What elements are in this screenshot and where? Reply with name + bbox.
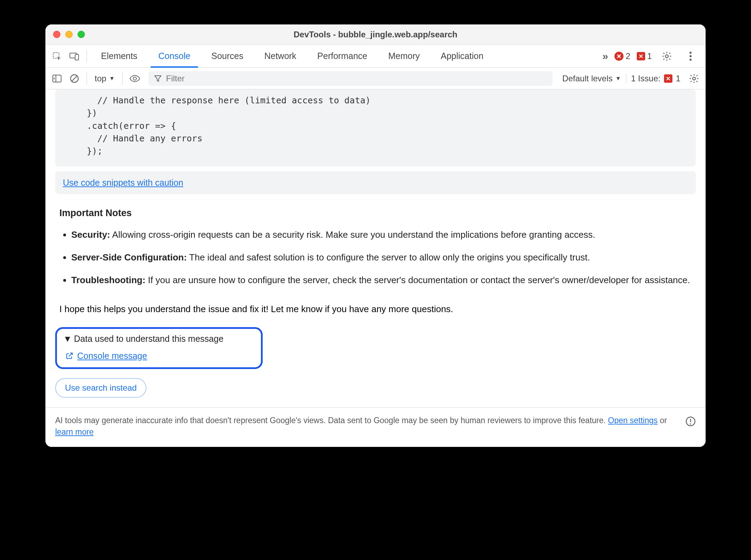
filter-input[interactable] <box>166 74 547 83</box>
svg-line-10 <box>72 76 77 81</box>
section-heading: Important Notes <box>59 206 692 220</box>
tab-console[interactable]: Console <box>148 45 201 67</box>
console-message-link[interactable]: Console message <box>77 351 147 361</box>
svg-point-11 <box>133 77 137 80</box>
tab-elements[interactable]: Elements <box>90 45 148 67</box>
svg-point-3 <box>665 55 668 58</box>
svg-point-4 <box>690 52 692 54</box>
svg-point-6 <box>690 59 692 61</box>
tabs-overflow-icon[interactable]: » <box>603 50 608 62</box>
tab-application[interactable]: Application <box>430 45 494 67</box>
data-used-box: ▼ Data used to understand this message C… <box>55 327 263 369</box>
context-label: top <box>95 74 106 83</box>
error-count: 2 <box>626 51 630 61</box>
caution-banner: Use code snippets with caution <box>55 171 696 194</box>
caution-link[interactable]: Use code snippets with caution <box>63 178 183 187</box>
ai-disclaimer-footer: AI tools may generate inaccurate info th… <box>45 407 706 447</box>
filter-input-wrapper <box>148 71 552 86</box>
tab-performance[interactable]: Performance <box>307 45 378 67</box>
filter-icon <box>154 75 162 82</box>
kebab-menu-icon[interactable] <box>683 49 698 64</box>
dropdown-triangle-icon: ▼ <box>615 75 621 82</box>
console-content: // Handle the response here (limited acc… <box>45 89 706 447</box>
important-notes-section: Important Notes Security: Allowing cross… <box>45 203 706 302</box>
device-toolbar-icon[interactable] <box>67 49 82 64</box>
main-tabbar: Elements Console Sources Network Perform… <box>45 45 706 68</box>
list-item: Security: Allowing cross-origin requests… <box>71 228 692 242</box>
list-item: Troubleshooting: If you are unsure how t… <box>71 273 692 287</box>
divider <box>87 50 87 62</box>
errors-badge[interactable]: 2 <box>614 51 630 61</box>
summary-label: Data used to understand this message <box>74 334 224 344</box>
levels-label: Default levels <box>562 74 613 83</box>
dropdown-triangle-icon: ▼ <box>109 75 115 82</box>
tab-memory[interactable]: Memory <box>378 45 430 67</box>
settings-icon[interactable] <box>659 49 674 64</box>
disclaimer-text: AI tools may generate inaccurate info th… <box>55 415 678 438</box>
data-used-summary[interactable]: ▼ Data used to understand this message <box>63 334 255 344</box>
divider <box>122 72 123 85</box>
inspect-element-icon[interactable] <box>50 49 64 64</box>
closing-text: I hope this helps you understand the iss… <box>45 302 706 325</box>
issues-label: 1 Issue: <box>631 74 661 83</box>
console-settings-icon[interactable] <box>687 71 701 86</box>
tab-network[interactable]: Network <box>254 45 307 67</box>
ai-explanation-panel: // Handle the response here (limited acc… <box>45 89 706 447</box>
context-selector[interactable]: top ▼ <box>90 74 119 83</box>
issue-flag-icon <box>664 74 672 83</box>
issues-badge[interactable]: 1 <box>637 51 652 61</box>
code-snippet: // Handle the response here (limited acc… <box>55 89 696 167</box>
info-warning-icon[interactable] <box>685 415 696 427</box>
list-item: Server-Side Configuration: The ideal and… <box>71 251 692 264</box>
open-settings-link[interactable]: Open settings <box>608 416 658 425</box>
live-expression-icon[interactable] <box>127 71 142 86</box>
svg-point-12 <box>693 77 695 80</box>
clear-console-icon[interactable] <box>67 71 82 86</box>
sidebar-toggle-icon[interactable] <box>50 71 64 86</box>
external-link-icon <box>65 352 74 360</box>
issues-summary[interactable]: 1 Issue: 1 <box>626 74 685 83</box>
tab-sources[interactable]: Sources <box>201 45 254 67</box>
issues-count: 1 <box>676 74 680 83</box>
titlebar: DevTools - bubble_jingle.web.app/search <box>45 24 706 45</box>
svg-point-15 <box>690 423 691 425</box>
learn-more-link[interactable]: learn more <box>55 427 94 436</box>
disclosure-triangle-icon: ▼ <box>63 334 72 344</box>
console-filterbar: top ▼ Default levels ▼ 1 Issue: 1 <box>45 68 706 89</box>
issue-flag-icon <box>637 52 645 60</box>
error-icon <box>614 52 624 61</box>
svg-point-5 <box>690 55 692 57</box>
divider <box>87 72 87 85</box>
log-levels-selector[interactable]: Default levels ▼ <box>557 74 626 83</box>
use-search-button[interactable]: Use search instead <box>55 378 146 398</box>
window-title: DevTools - bubble_jingle.web.app/search <box>45 30 706 39</box>
svg-rect-2 <box>75 54 79 60</box>
issue-count: 1 <box>647 51 652 61</box>
devtools-window: DevTools - bubble_jingle.web.app/search … <box>45 24 706 447</box>
